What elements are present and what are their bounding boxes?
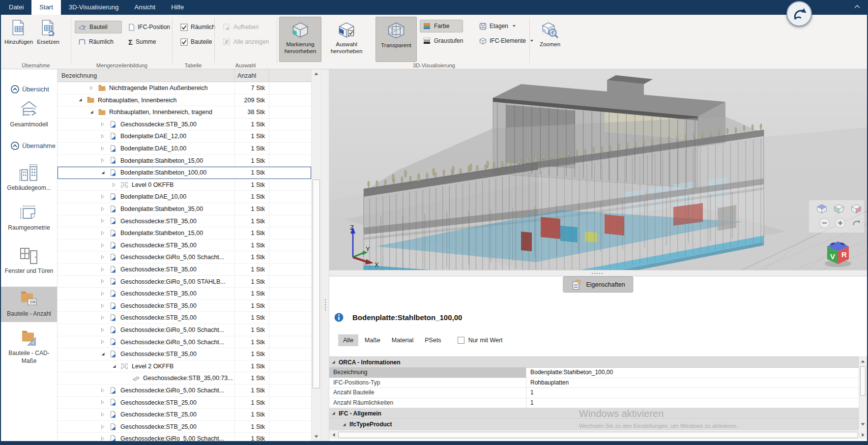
ifc-position-button[interactable]: IFC-Position xyxy=(125,21,171,33)
tree-row[interactable]: Bodenplatte:DAE_10,001 Stk xyxy=(58,143,311,155)
property-section-header[interactable]: IFC - Allgemein xyxy=(329,408,859,419)
sidebar-item-1[interactable]: Raumgeometrie xyxy=(1,204,57,232)
transparent-toggle[interactable]: Transparent xyxy=(376,17,417,62)
tree-row[interactable]: Geschossdecke:GiRo_5,00 STAHLB...1 Stk xyxy=(58,276,311,288)
collapse-arrow-icon[interactable] xyxy=(111,364,117,368)
panel-splitter-horizontal[interactable] xyxy=(329,270,867,276)
etagen-dropdown[interactable]: Etagen xyxy=(476,20,519,32)
column-header-anzahl[interactable]: Anzahl xyxy=(237,69,256,82)
tree-row[interactable]: Bodenplatte:Stahlbeton_15,001 Stk xyxy=(58,227,311,239)
tree-row[interactable]: Level 0 OKFFB1 Stk xyxy=(58,179,311,191)
property-row[interactable]: IFC-Positions-TypRohbauplatten xyxy=(329,378,859,388)
scrollbar-thumb[interactable] xyxy=(860,366,866,396)
tree-row[interactable]: Geschossdecke:GiRo_5,00 Schacht...1 Stk xyxy=(58,433,311,441)
sidebar-item-0[interactable]: Gesamtmodell xyxy=(1,99,57,129)
tree-row[interactable]: Geschossdecke:GiRo_5,00 Schacht...1 Stk xyxy=(58,336,311,349)
sidebar-item-2[interactable]: Fenster und Türen xyxy=(1,245,57,275)
auswahl-hervorheben-toggle[interactable]: Auswahl hervorheben xyxy=(324,17,369,62)
scroll-left-button[interactable] xyxy=(329,431,338,439)
farbe-button[interactable]: Farbe xyxy=(420,20,463,32)
tree-row[interactable]: Rohbauplatten, Innenbereich209 Stk xyxy=(58,94,311,107)
tab-masse[interactable]: Maße xyxy=(360,334,385,346)
expand-arrow-icon[interactable] xyxy=(100,267,106,272)
tree-row[interactable]: Geschossdecke:GiRo_5,00 Schacht...1 Stk xyxy=(58,385,311,397)
tab-alle[interactable]: Alle xyxy=(338,334,358,346)
scroll-up-button[interactable] xyxy=(859,357,867,366)
raeumlich-checkbox[interactable]: Räumlich xyxy=(177,21,219,33)
graustufen-button[interactable]: Graustufen xyxy=(420,34,474,47)
expand-arrow-icon[interactable] xyxy=(88,86,94,90)
tree-row[interactable]: Geschossdecke:STB_35,00:73...1 Stk xyxy=(58,372,311,385)
expand-arrow-icon[interactable] xyxy=(100,400,106,405)
zoom-out-button[interactable] xyxy=(819,218,830,228)
expand-arrow-icon[interactable] xyxy=(100,291,106,296)
eigenschaften-tab[interactable]: Eigenschaften xyxy=(563,276,633,293)
sidebar-item-0[interactable]: Gebäudegeom... xyxy=(1,162,57,192)
markierung-hervorheben-toggle[interactable]: Markierung hervorheben xyxy=(279,17,321,62)
sidebar-item-4[interactable]: Bauteile - CAD-Maße xyxy=(1,329,57,365)
expand-arrow-icon[interactable] xyxy=(100,424,106,429)
tree-row[interactable]: Bodenplatte:Stahlbeton_15,001 Stk xyxy=(58,155,311,167)
menu-item-2[interactable]: 3D-Visualisierung xyxy=(61,0,127,15)
tab-psets[interactable]: PSets xyxy=(420,334,446,346)
menu-item-0[interactable]: Datei xyxy=(1,0,31,15)
menu-item-4[interactable]: Hilfe xyxy=(163,0,192,15)
tree-row[interactable]: Geschossdecke:STB_35,001 Stk xyxy=(58,239,311,252)
scrollbar-thumb[interactable] xyxy=(313,179,320,388)
tree-vertical-scrollbar[interactable] xyxy=(311,69,321,441)
sidebar-section-0[interactable]: Übersicht xyxy=(1,85,57,93)
sidebar-section-1[interactable]: Übernahme xyxy=(1,142,57,150)
expand-arrow-icon[interactable] xyxy=(100,122,106,127)
aufheben-button[interactable]: Aufheben xyxy=(219,21,262,33)
view-front-cube-button[interactable] xyxy=(832,202,846,215)
property-section-header[interactable]: ORCA - Informationen xyxy=(329,357,859,368)
expand-arrow-icon[interactable] xyxy=(100,243,106,248)
expand-arrow-icon[interactable] xyxy=(100,218,106,223)
expand-arrow-icon[interactable] xyxy=(100,255,106,260)
collapse-arrow-icon[interactable] xyxy=(77,98,83,102)
sidebar-item-3[interactable]: StkBauteile - Anzahl xyxy=(1,287,57,322)
scroll-down-button[interactable] xyxy=(859,420,867,429)
expand-arrow-icon[interactable] xyxy=(100,339,106,344)
tree-row[interactable]: Geschossdecke:STB_25,001 Stk xyxy=(58,312,311,324)
hinzufuegen-button[interactable]: Hinzufügen xyxy=(5,19,32,62)
tree-row[interactable]: Nichttragende Platten Außenbereich7 Stk xyxy=(58,82,311,94)
zoom-in-button[interactable] xyxy=(835,218,845,228)
menu-item-3[interactable]: Ansicht xyxy=(126,0,163,15)
expand-arrow-icon[interactable] xyxy=(100,388,106,393)
properties-vertical-scrollbar[interactable] xyxy=(859,356,867,429)
property-row[interactable]: BezeichnungBodenplatte:Stahlbeton_100,00 xyxy=(329,368,859,378)
bauteil-button[interactable]: Bauteil xyxy=(75,21,122,33)
expand-arrow-icon[interactable] xyxy=(100,315,106,320)
property-row[interactable]: Anzahl Räumlichkeiten1 xyxy=(329,398,859,409)
panel-splitter-vertical[interactable] xyxy=(321,69,329,441)
raeumlich-button[interactable]: Räumlich xyxy=(75,35,122,48)
expand-arrow-icon[interactable] xyxy=(100,194,106,199)
tree-row[interactable]: Geschossdecke:STB_35,001 Stk xyxy=(58,288,311,300)
expand-arrow-icon[interactable] xyxy=(100,436,106,441)
scroll-down-button[interactable] xyxy=(312,432,321,441)
zoomen-button[interactable]: Zoomen xyxy=(534,17,566,62)
expand-arrow-icon[interactable] xyxy=(100,412,106,417)
expand-arrow-icon[interactable] xyxy=(100,158,106,163)
collapse-arrow-icon[interactable] xyxy=(100,170,106,175)
property-row[interactable]: Anzahl Bauteile1 xyxy=(329,388,859,398)
expand-arrow-icon[interactable] xyxy=(100,327,106,332)
tree-row[interactable]: Geschossdecke:STB_35,001 Stk xyxy=(58,300,311,312)
tree-row[interactable]: Geschossdecke:STB_35,001 Stk xyxy=(58,264,311,276)
scroll-right-button[interactable] xyxy=(859,431,867,439)
tree-row[interactable]: Geschossdecke:STB_25,001 Stk xyxy=(58,409,311,421)
tree-row[interactable]: Geschossdecke:GiRo_5,00 Schacht...1 Stk xyxy=(58,251,311,264)
scroll-up-button[interactable] xyxy=(312,69,321,78)
scrollbar-thumb[interactable] xyxy=(338,432,858,438)
tree-row[interactable]: Geschossdecke:STB_25,001 Stk xyxy=(58,397,311,409)
tree-row[interactable]: Level 2 OKFFB1 Stk xyxy=(58,360,311,373)
expand-arrow-icon[interactable] xyxy=(100,146,106,151)
vr-orientation-cube[interactable]: V R xyxy=(821,236,855,268)
tree-row[interactable]: Rohbauplatten, Innenbereich, tragend38 S… xyxy=(58,106,311,119)
expand-arrow-icon[interactable] xyxy=(111,182,117,187)
tree-row[interactable]: Geschossdecke:STB_35,001 Stk xyxy=(58,215,311,228)
expand-arrow-icon[interactable] xyxy=(100,303,106,308)
collapse-ribbon-icon[interactable] xyxy=(854,5,860,8)
reset-view-button[interactable] xyxy=(851,218,861,228)
